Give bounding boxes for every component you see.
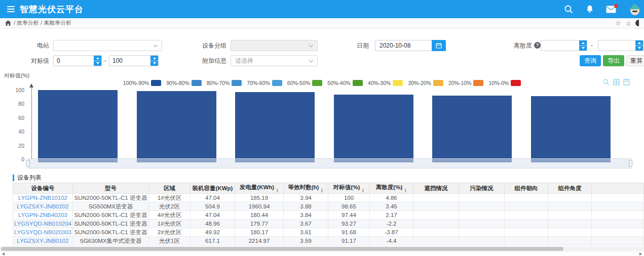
stepper-down-icon[interactable] <box>150 61 158 66</box>
bar[interactable] <box>432 96 512 159</box>
legend-swatch <box>353 80 363 86</box>
save-image-icon[interactable] <box>623 79 630 86</box>
legend-item[interactable]: 60%-50% <box>287 80 323 86</box>
column-header[interactable]: 等效时数(h)▲▼ <box>284 183 328 194</box>
legend-item[interactable]: 70%-60% <box>247 80 282 86</box>
legend-item[interactable]: 30%-20% <box>408 80 443 86</box>
stepper-up-icon[interactable] <box>579 40 587 46</box>
bar[interactable] <box>531 96 611 159</box>
cell <box>459 202 505 211</box>
column-header[interactable]: 对标值(%)▲▼ <box>328 183 370 194</box>
user-avatar[interactable] <box>628 3 642 16</box>
device-link[interactable]: LYGPN-ZNB10102 <box>13 194 73 202</box>
page-scrollbar[interactable] <box>0 251 644 255</box>
benchmark-max-input[interactable] <box>109 56 150 66</box>
legend-label: 40%-30% <box>368 80 391 86</box>
y-tick-label: 100 <box>15 87 24 93</box>
device-link[interactable]: LYGSYQD-NB020303 <box>13 228 73 237</box>
number-stepper[interactable] <box>94 56 101 66</box>
y-axis-labels: 020406080100 <box>0 90 28 159</box>
sort-icon[interactable]: ▲▼ <box>361 188 364 193</box>
scroll-right-icon[interactable] <box>639 252 642 255</box>
legend-item[interactable]: 50%-40% <box>327 80 363 86</box>
recalc-button[interactable]: 重算 <box>626 55 644 66</box>
cell <box>548 194 592 202</box>
scroll-left-icon[interactable] <box>2 252 5 255</box>
legend-item[interactable]: 80%-70% <box>207 80 242 86</box>
legend-item[interactable]: 40%-30% <box>368 80 403 86</box>
search-icon[interactable] <box>563 4 574 14</box>
datazoom-right-handle[interactable] <box>629 160 632 167</box>
cell <box>413 194 459 202</box>
cell: 3.88 <box>284 202 328 211</box>
datazoom-slider[interactable] <box>28 158 631 168</box>
menu-icon[interactable] <box>7 6 15 13</box>
zoom-icon[interactable] <box>603 79 610 86</box>
stepper-down-icon[interactable] <box>94 61 101 66</box>
avatar-partial-icon <box>635 20 639 26</box>
legend-swatch <box>393 80 403 86</box>
dispersion-min-input[interactable] <box>541 40 579 51</box>
mail-icon[interactable] <box>606 6 616 13</box>
home-outline-icon[interactable]: ⌂ <box>626 19 630 27</box>
station-label: 电站 <box>15 40 49 51</box>
device-link[interactable]: LYGZSXY-JNB0102 <box>13 237 73 245</box>
star-icon[interactable]: ☆ <box>615 19 621 27</box>
number-stepper[interactable] <box>635 40 643 51</box>
data-view-icon[interactable] <box>613 79 620 86</box>
sort-icon[interactable]: ▲▼ <box>320 188 323 193</box>
legend-item[interactable]: 10%-0% <box>488 80 521 86</box>
cell: 光伏2区 <box>149 202 191 211</box>
date-input[interactable] <box>375 40 432 51</box>
device-link[interactable]: LYGSYQD-NB010204 <box>13 220 73 228</box>
y-tick-label: 20 <box>18 143 24 149</box>
stepper-up-icon[interactable] <box>150 56 158 61</box>
sort-icon[interactable]: ▲▼ <box>404 188 407 193</box>
calendar-button[interactable] <box>432 40 446 51</box>
stepper-down-icon[interactable] <box>579 46 587 51</box>
legend-item[interactable]: 20%-10% <box>448 80 484 86</box>
bar[interactable] <box>137 91 216 159</box>
number-stepper[interactable] <box>150 56 158 66</box>
legend-item[interactable]: 100%-90% <box>123 80 161 86</box>
cell: 2.17 <box>370 211 413 220</box>
cell: 4.86 <box>370 194 413 202</box>
dispersion-max-input[interactable] <box>598 40 635 51</box>
number-stepper[interactable] <box>579 40 587 51</box>
bell-icon[interactable] <box>585 5 594 14</box>
bar[interactable] <box>38 90 118 159</box>
home-icon[interactable] <box>5 20 11 26</box>
stepper-up-icon[interactable] <box>94 56 101 61</box>
bar[interactable] <box>334 95 413 159</box>
help-icon[interactable]: ? <box>534 42 541 49</box>
sort-icon[interactable]: ▲▼ <box>276 188 279 193</box>
device-link[interactable]: LYGZSXY-JNB0202 <box>13 202 73 211</box>
table-hscrollbar[interactable] <box>0 246 644 251</box>
cell: 180.44 <box>235 211 284 220</box>
device-link[interactable]: LYGPN-ZNB40203 <box>13 211 73 220</box>
column-header: 污染情况 <box>459 183 505 194</box>
legend-label: 80%-70% <box>207 80 230 86</box>
legend-label: 10%-0% <box>488 80 509 86</box>
bar[interactable] <box>235 92 315 159</box>
query-button[interactable]: 查询 <box>580 55 601 66</box>
extra-info-select[interactable]: 请选择 <box>231 55 318 66</box>
cell: 3.45 <box>370 202 413 211</box>
cell: 47.04 <box>191 211 235 220</box>
export-button[interactable]: 导出 <box>603 55 624 66</box>
stepper-up-icon[interactable] <box>635 40 643 46</box>
unread-badge <box>614 4 618 8</box>
benchmark-min-input[interactable] <box>54 56 94 66</box>
column-header[interactable]: 发电量(KWh)▲▼ <box>235 183 284 194</box>
station-select[interactable] <box>53 40 162 51</box>
stepper-down-icon[interactable] <box>635 46 643 51</box>
legend-label: 30%-20% <box>408 80 431 86</box>
hscrollbar-thumb[interactable] <box>1 247 563 251</box>
column-header[interactable]: 离散度(%)▲▼ <box>370 183 413 194</box>
datazoom-bar-shadow <box>432 159 512 162</box>
legend-label: 20%-10% <box>448 80 472 86</box>
device-group-select[interactable] <box>231 40 318 51</box>
datazoom-left-handle[interactable] <box>26 160 30 167</box>
cell <box>592 202 644 211</box>
legend-item[interactable]: 90%-80% <box>166 80 202 86</box>
